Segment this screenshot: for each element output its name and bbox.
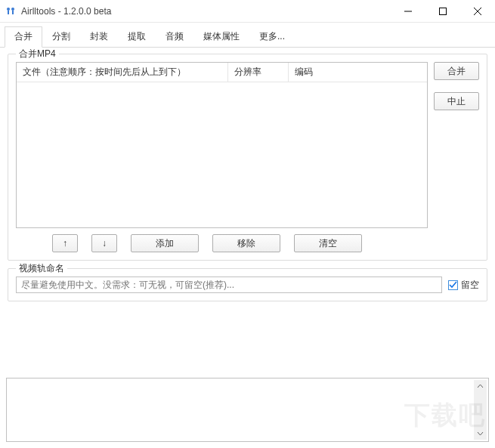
tab-extract[interactable]: 提取 — [118, 26, 156, 48]
checkbox-icon — [448, 280, 458, 290]
merge-group-label: 合并MP4 — [16, 48, 59, 60]
remove-button[interactable]: 移除 — [212, 234, 280, 252]
scroll-down-icon[interactable] — [474, 427, 487, 440]
track-group-label: 视频轨命名 — [16, 262, 67, 275]
scroll-up-icon[interactable] — [474, 380, 487, 393]
svg-point-2 — [11, 8, 14, 11]
arrow-down-icon: ↓ — [102, 238, 107, 249]
leave-blank-checkbox[interactable]: 留空 — [448, 279, 479, 292]
svg-rect-1 — [8, 11, 9, 14]
button-label: 中止 — [447, 95, 466, 108]
tab-audio[interactable]: 音频 — [156, 26, 193, 48]
svg-rect-3 — [12, 11, 14, 14]
col-resolution[interactable]: 分辨率 — [228, 63, 289, 82]
tab-label: 媒体属性 — [203, 31, 240, 42]
window-title: Airlltools - 1.2.0.0 beta — [21, 6, 391, 17]
log-output[interactable] — [6, 378, 489, 442]
merge-button[interactable]: 合并 — [434, 62, 479, 80]
tab-label: 提取 — [128, 31, 146, 42]
tab-label: 分割 — [52, 31, 70, 42]
arrow-up-icon: ↑ — [63, 238, 67, 249]
button-label: 添加 — [156, 237, 174, 250]
scrollbar[interactable] — [474, 380, 487, 440]
merge-group: 合并MP4 文件（注意顺序：按时间先后从上到下） 分辨率 编码 合并 中止 ↑ … — [8, 54, 487, 261]
minimize-button[interactable] — [391, 0, 425, 22]
clear-button[interactable]: 清空 — [294, 234, 362, 252]
checkbox-label: 留空 — [461, 279, 479, 292]
button-label: 合并 — [447, 65, 466, 78]
merge-panel: 合并MP4 文件（注意顺序：按时间先后从上到下） 分辨率 编码 合并 中止 ↑ … — [0, 48, 495, 314]
file-table[interactable]: 文件（注意顺序：按时间先后从上到下） 分辨率 编码 — [16, 62, 428, 228]
tab-mux[interactable]: 封装 — [80, 26, 118, 48]
tab-merge[interactable]: 合并 — [5, 26, 42, 48]
maximize-button[interactable] — [425, 0, 460, 22]
move-down-button[interactable]: ↓ — [91, 234, 117, 252]
window-controls — [391, 0, 495, 22]
titlebar: Airlltools - 1.2.0.0 beta — [0, 0, 495, 23]
tab-label: 合并 — [14, 31, 32, 42]
app-icon — [5, 5, 17, 17]
tabstrip: 合并 分割 封装 提取 音频 媒体属性 更多... — [0, 23, 495, 48]
tab-label: 更多... — [259, 31, 285, 42]
button-label: 清空 — [319, 237, 337, 250]
table-header: 文件（注意顺序：按时间先后从上到下） 分辨率 编码 — [17, 63, 427, 82]
track-group: 视频轨命名 留空 — [8, 268, 487, 301]
move-up-button[interactable]: ↑ — [52, 234, 78, 252]
col-codec[interactable]: 编码 — [289, 63, 427, 82]
button-label: 移除 — [237, 237, 255, 250]
track-name-input[interactable] — [16, 277, 442, 293]
tab-label: 音频 — [166, 31, 184, 42]
tab-label: 封装 — [90, 31, 108, 42]
stop-button[interactable]: 中止 — [434, 92, 479, 110]
col-file[interactable]: 文件（注意顺序：按时间先后从上到下） — [17, 63, 228, 82]
svg-point-0 — [7, 8, 10, 11]
tab-mediainfo[interactable]: 媒体属性 — [193, 26, 249, 48]
tab-more[interactable]: 更多... — [249, 26, 295, 48]
tab-split[interactable]: 分割 — [42, 26, 80, 48]
add-button[interactable]: 添加 — [131, 234, 199, 252]
close-button[interactable] — [460, 0, 495, 22]
svg-rect-4 — [440, 8, 447, 14]
